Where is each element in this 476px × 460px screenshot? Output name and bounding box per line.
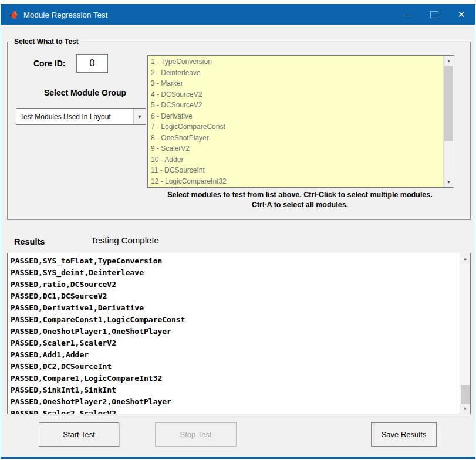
results-listbox[interactable]: PASSED,SYS_toFloat,TypeConversionPASSED,… bbox=[7, 253, 471, 414]
close-icon: ✕ bbox=[458, 9, 465, 20]
scroll-down-icon[interactable]: ▼ bbox=[444, 177, 454, 187]
result-line[interactable]: PASSED,Scaler2,ScalerV2 bbox=[8, 408, 460, 414]
module-list-item[interactable]: 2 - Deinterleave bbox=[148, 67, 443, 79]
module-list-item[interactable]: 3 - Marker bbox=[148, 78, 443, 89]
chevron-down-icon[interactable]: ▼ bbox=[133, 109, 146, 124]
module-list-item[interactable]: 1 - TypeConversion bbox=[148, 56, 443, 67]
result-line[interactable]: PASSED,DC2,DCSourceInt bbox=[8, 361, 460, 373]
result-line[interactable]: PASSED,CompareConst1,LogicCompareConst bbox=[8, 314, 460, 326]
module-list-item[interactable]: 6 - Derivative bbox=[148, 111, 443, 122]
result-line[interactable]: PASSED,SYS_deint,Deinterleave bbox=[8, 267, 460, 279]
save-results-button[interactable]: Save Results bbox=[371, 422, 437, 447]
results-label: Results bbox=[14, 237, 45, 246]
module-group-label: Select Module Group bbox=[21, 88, 150, 97]
core-id-label: Core ID: bbox=[33, 59, 65, 68]
help-line-2: Ctrl-A to select all modules. bbox=[141, 200, 458, 210]
scroll-up-icon[interactable]: ▲ bbox=[444, 56, 454, 66]
result-line[interactable]: PASSED,Derivative1,Derivative bbox=[8, 302, 460, 314]
maximize-icon bbox=[430, 11, 438, 18]
minimize-button[interactable]: — bbox=[394, 5, 421, 28]
window-title: Module Regression Test bbox=[23, 11, 108, 19]
help-line-1: Select modules to test from list above. … bbox=[141, 190, 458, 200]
panel-title: Select What to Test bbox=[12, 38, 81, 46]
matlab-icon bbox=[9, 10, 18, 19]
module-group-dropdown[interactable]: Test Modules Used In Layout ▼ bbox=[16, 108, 146, 125]
result-line[interactable]: PASSED,Add1,Adder bbox=[8, 349, 460, 361]
module-list-item[interactable]: 9 - ScalerV2 bbox=[148, 143, 443, 154]
module-list-help-text: Select modules to test from list above. … bbox=[141, 190, 458, 210]
module-list-items: 1 - TypeConversion2 - Deinterleave3 - Ma… bbox=[148, 56, 443, 187]
module-group-selected-value: Test Modules Used In Layout bbox=[16, 113, 133, 121]
result-line[interactable]: PASSED,OneShotPlayer2,OneShotPlayer bbox=[8, 396, 460, 408]
select-what-to-test-panel: Select What to Test Core ID: 0 Select Mo… bbox=[7, 42, 471, 220]
module-list-item[interactable]: 8 - OneShotPlayer bbox=[148, 133, 443, 144]
result-line[interactable]: PASSED,Compare1,LogicCompareInt32 bbox=[8, 373, 460, 384]
core-id-input[interactable]: 0 bbox=[76, 54, 108, 73]
scrollbar-thumb[interactable] bbox=[461, 385, 470, 404]
module-list-item[interactable]: 10 - Adder bbox=[148, 154, 443, 165]
save-results-label: Save Results bbox=[382, 430, 427, 439]
result-line[interactable]: PASSED,ratio,DCSourceV2 bbox=[8, 279, 460, 290]
result-line[interactable]: PASSED,Scaler1,ScalerV2 bbox=[8, 337, 460, 349]
close-button[interactable]: ✕ bbox=[448, 5, 475, 25]
result-line[interactable]: PASSED,SinkInt1,SinkInt bbox=[8, 384, 460, 396]
module-listbox[interactable]: 1 - TypeConversion2 - Deinterleave3 - Ma… bbox=[147, 55, 454, 188]
testing-status-text: Testing Complete bbox=[91, 235, 159, 245]
start-test-label: Start Test bbox=[63, 430, 95, 439]
title-bar[interactable]: Module Regression Test — ✕ bbox=[1, 5, 475, 25]
result-line[interactable]: PASSED,DC1,DCSourceV2 bbox=[8, 290, 460, 302]
scroll-down-icon[interactable]: ▼ bbox=[460, 404, 470, 414]
caption-buttons: — ✕ bbox=[394, 5, 475, 25]
minimize-icon: — bbox=[403, 10, 412, 20]
screen: Module Regression Test — ✕ Select What t… bbox=[0, 0, 476, 460]
scrollbar-thumb[interactable] bbox=[444, 66, 453, 141]
results-lines: PASSED,SYS_toFloat,TypeConversionPASSED,… bbox=[8, 255, 460, 414]
maximize-button[interactable] bbox=[421, 5, 448, 25]
module-list-scrollbar[interactable]: ▲ ▼ bbox=[443, 56, 454, 187]
result-line[interactable]: PASSED,OneShotPlayer1,OneShotPlayer bbox=[8, 326, 460, 337]
start-test-button[interactable]: Start Test bbox=[39, 422, 119, 447]
module-list-item[interactable]: 12 - LogicCompareInt32 bbox=[148, 176, 443, 187]
module-list-item[interactable]: 4 - DCSourceV2 bbox=[148, 89, 443, 100]
result-line[interactable]: PASSED,SYS_toFloat,TypeConversion bbox=[8, 255, 460, 267]
module-list-item[interactable]: 5 - DCSourceV2 bbox=[148, 100, 443, 111]
results-scrollbar[interactable]: ▲ ▼ bbox=[460, 253, 470, 414]
module-regression-test-window: Module Regression Test — ✕ Select What t… bbox=[1, 4, 475, 459]
stop-test-button: Stop Test bbox=[155, 422, 237, 447]
core-id-value: 0 bbox=[90, 58, 95, 69]
module-list-item[interactable]: 11 - DCSourceInt bbox=[148, 165, 443, 176]
stop-test-label: Stop Test bbox=[180, 430, 212, 439]
scroll-up-icon[interactable]: ▲ bbox=[460, 253, 470, 263]
module-list-item[interactable]: 7 - LogicCompareConst bbox=[148, 121, 443, 133]
